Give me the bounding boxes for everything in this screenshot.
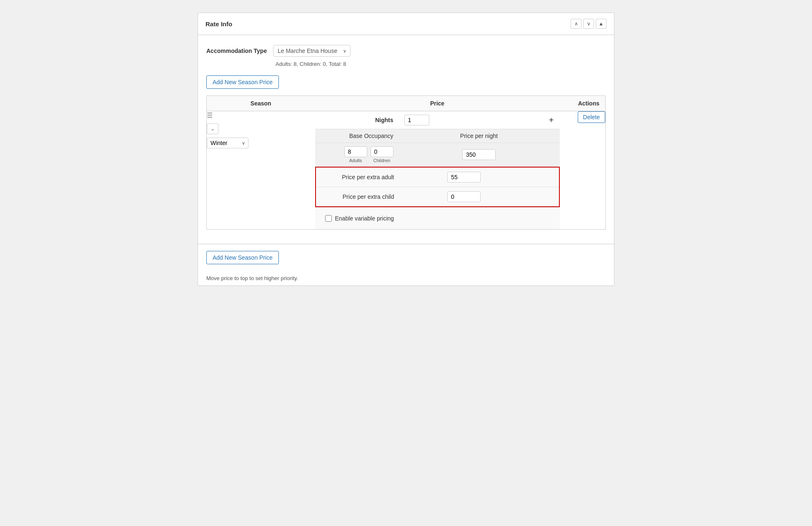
- nights-label: Nights: [315, 111, 398, 129]
- season-column-header: Season: [207, 96, 315, 111]
- table-row: ☰ ⌄ Winter: [207, 111, 606, 230]
- collapse-button[interactable]: ▲: [596, 19, 606, 29]
- extra-child-input[interactable]: [447, 191, 481, 202]
- season-cell: ☰ ⌄ Winter: [207, 111, 315, 230]
- accommodation-type-label: Accommodation Type: [206, 48, 273, 54]
- extra-pricing-section: Price per extra adult: [315, 167, 560, 207]
- scroll-up-button[interactable]: ∧: [571, 19, 581, 29]
- panel-controls: ∧ ∨ ▲: [571, 19, 606, 29]
- season-select[interactable]: Winter: [207, 138, 248, 148]
- occupancy-info: Adults: 8, Children: 0, Total: 8: [276, 61, 606, 67]
- panel-title: Rate Info: [206, 20, 232, 28]
- accommodation-type-row: Accommodation Type Le Marche Etna House: [206, 45, 606, 57]
- adults-label: Adults: [344, 146, 367, 163]
- price-table: Season Price Actions ☰ ⌄ Winter: [206, 95, 606, 230]
- panel-header: Rate Info ∧ ∨ ▲: [198, 13, 614, 35]
- actions-column-header: Actions: [560, 96, 606, 111]
- extra-adult-input[interactable]: [447, 172, 481, 183]
- season-select-wrapper: Winter: [207, 138, 248, 148]
- rate-info-panel: Rate Info ∧ ∨ ▲ Accommodation Type Le Ma…: [198, 13, 614, 286]
- nights-input-cell: [398, 111, 511, 129]
- season-cell-inner: ☰ ⌄ Winter: [207, 111, 315, 148]
- extra-pricing-inner-table: Price per extra adult: [316, 168, 559, 206]
- extra-adult-input-cell: [399, 168, 529, 187]
- extra-adult-label: Price per extra adult: [316, 168, 399, 187]
- extra-child-label: Price per extra child: [316, 187, 399, 207]
- delete-button[interactable]: Delete: [578, 111, 605, 123]
- table-header-row: Season Price Actions: [207, 96, 606, 111]
- extra-pricing-row: Price per extra adult: [315, 167, 560, 208]
- adults-children-row: Adults Children: [315, 143, 560, 167]
- variable-pricing-row: Enable variable pricing: [315, 208, 560, 230]
- add-nights-button[interactable]: +: [511, 111, 560, 129]
- base-occupancy-label: Base Occupancy: [315, 129, 398, 143]
- price-per-night-input[interactable]: [462, 149, 496, 160]
- variable-pricing-checkbox[interactable]: [325, 215, 332, 222]
- price-cell: Nights + Base Occupancy Price per n: [315, 111, 560, 230]
- panel-body: Accommodation Type Le Marche Etna House …: [198, 35, 614, 244]
- add-season-price-button-top[interactable]: Add New Season Price: [206, 75, 279, 89]
- base-occupancy-header-row: Base Occupancy Price per night: [315, 129, 560, 143]
- adults-children-cell: Adults Children: [315, 143, 398, 167]
- drag-handle-icon[interactable]: ☰: [207, 111, 213, 119]
- children-label: Children: [371, 146, 393, 163]
- adults-children-inputs: Adults Children: [320, 146, 393, 163]
- panel-footer: Add New Season Price Move price to top t…: [198, 244, 614, 286]
- actions-cell: Delete: [560, 111, 606, 230]
- nights-row: Nights +: [315, 111, 560, 129]
- variable-pricing-inner: Enable variable pricing: [320, 211, 555, 226]
- price-column-header: Price: [315, 96, 560, 111]
- scroll-down-button[interactable]: ∨: [583, 19, 594, 29]
- extra-child-input-cell: [399, 187, 529, 207]
- adults-input[interactable]: [344, 146, 367, 157]
- nights-input[interactable]: [404, 115, 429, 125]
- extra-child-row: Price per extra child: [316, 187, 559, 207]
- footer-note: Move price to top to set higher priority…: [206, 275, 606, 281]
- expand-button[interactable]: ⌄: [207, 123, 218, 134]
- accommodation-type-select[interactable]: Le Marche Etna House: [273, 45, 351, 57]
- add-season-price-button-bottom[interactable]: Add New Season Price: [206, 251, 279, 264]
- children-input[interactable]: [371, 146, 393, 157]
- price-per-night-value-cell: [398, 143, 560, 167]
- extra-adult-row: Price per extra adult: [316, 168, 559, 187]
- accommodation-dropdown-wrapper: Le Marche Etna House: [273, 45, 351, 57]
- variable-pricing-label[interactable]: Enable variable pricing: [335, 215, 394, 222]
- price-inner-table: Nights + Base Occupancy Price per n: [315, 111, 560, 229]
- price-per-night-label: Price per night: [398, 129, 560, 143]
